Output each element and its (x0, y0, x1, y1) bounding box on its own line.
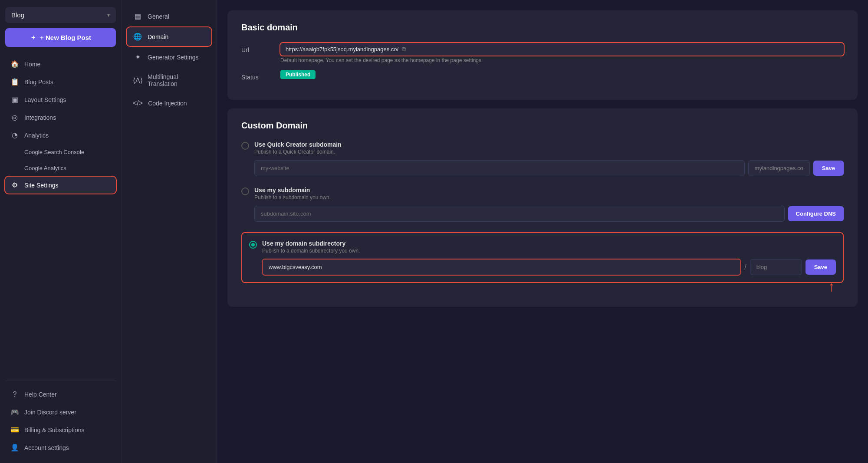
quick-creator-input[interactable] (254, 160, 745, 176)
sidebar-item-label: Help Center (24, 391, 57, 398)
option-quick-creator-title: Use Quick Creator subdomain (254, 141, 342, 148)
mid-item-label: Code Injection (148, 100, 187, 107)
mid-item-multilingual[interactable]: ⟨A⟩ Multilingual Translation (127, 68, 211, 92)
status-badge: Published (280, 70, 316, 79)
nav-section: 🏠 Home 📋 Blog Posts ▣ Layout Settings ◎ … (5, 56, 116, 218)
sidebar-item-layout-settings[interactable]: ▣ Layout Settings (5, 91, 116, 108)
multilingual-icon: ⟨A⟩ (133, 76, 142, 85)
home-icon: 🏠 (10, 60, 19, 68)
quick-creator-save-button[interactable]: Save (813, 161, 844, 176)
radio-quick-creator[interactable] (241, 142, 249, 150)
sidebar-item-label: Analytics (24, 132, 49, 139)
blog-posts-icon: 📋 (10, 78, 19, 86)
subdirectory-input[interactable] (262, 259, 741, 275)
sidebar-bottom: ? Help Center 🎮 Join Discord server 💳 Bi… (5, 381, 116, 456)
sidebar-item-label: Home (24, 61, 40, 68)
sidebar-item-label: Billing & Subscriptions (24, 427, 85, 433)
option-quick-creator-header: Use Quick Creator subdomain Publish to a… (241, 141, 844, 155)
mid-item-general[interactable]: ▤ General (127, 7, 211, 26)
sidebar-item-discord[interactable]: 🎮 Join Discord server (5, 404, 116, 420)
sidebar-item-label: Blog Posts (24, 79, 53, 85)
option-subdomain: Use my subdomain Publish to a subdomain … (241, 187, 844, 222)
integrations-icon: ◎ (10, 113, 19, 121)
url-description: Default homepage. You can set the desire… (280, 57, 844, 63)
mid-item-generator-settings[interactable]: ✦ Generator Settings (127, 48, 211, 66)
plus-icon: ＋ (30, 33, 36, 42)
account-icon: 👤 (10, 443, 19, 452)
mid-item-label: Multilingual Translation (148, 73, 205, 87)
sidebar-item-billing[interactable]: 💳 Billing & Subscriptions (5, 421, 116, 438)
sidebar-item-label: Google Search Console (24, 149, 84, 155)
radio-subdirectory[interactable] (249, 241, 257, 249)
subdomain-input[interactable] (254, 206, 785, 222)
site-selector[interactable]: Blog ▾ (5, 7, 116, 23)
arrow-icon: ↑ (828, 279, 835, 295)
sidebar-item-google-search-console[interactable]: Google Search Console (5, 144, 116, 160)
option-quick-creator-desc: Publish to a Quick Creator domain. (254, 149, 342, 155)
sidebar-item-site-settings[interactable]: ⚙ Site Settings (5, 177, 116, 194)
middle-panel: ▤ General 🌐 Domain ✦ Generator Settings … (122, 0, 217, 463)
copy-icon[interactable]: ⧉ (402, 46, 406, 53)
url-field-row: Url https://aaaigb7fpk55jsoq.mylandingpa… (241, 43, 844, 63)
sidebar-item-label: Site Settings (24, 182, 59, 189)
billing-icon: 💳 (10, 426, 19, 434)
discord-icon: 🎮 (10, 408, 19, 416)
new-post-button[interactable]: ＋ + New Blog Post (5, 28, 116, 47)
sidebar-item-google-analytics[interactable]: Google Analytics (5, 161, 116, 176)
general-icon: ▤ (133, 12, 142, 20)
url-value: https://aaaigb7fpk55jsoq.mylandingpages.… (286, 46, 398, 53)
basic-domain-card: Basic domain Url https://aaaigb7fpk55jso… (227, 10, 858, 100)
sidebar-item-blog-posts[interactable]: 📋 Blog Posts (5, 73, 116, 90)
layout-icon: ▣ (10, 95, 19, 104)
code-icon: </> (133, 99, 143, 107)
sidebar-item-label: Layout Settings (24, 96, 66, 103)
sidebar-item-home[interactable]: 🏠 Home (5, 56, 116, 72)
help-icon: ? (10, 391, 19, 398)
option-subdomain-title: Use my subdomain (254, 187, 331, 194)
site-name: Blog (11, 11, 24, 19)
mid-item-label: General (148, 13, 169, 20)
subdirectory-save-button[interactable]: Save (806, 259, 836, 275)
sidebar-item-label: Google Analytics (24, 165, 66, 171)
sidebar-item-integrations[interactable]: ◎ Integrations (5, 109, 116, 126)
option-subdirectory-desc: Publish to a domain subdirectory you own… (262, 248, 360, 254)
subdomain-input-row: Configure DNS (254, 206, 844, 222)
generator-icon: ✦ (133, 53, 142, 61)
chevron-down-icon: ▾ (107, 12, 110, 18)
basic-domain-title: Basic domain (241, 23, 844, 33)
mid-item-label: Generator Settings (148, 54, 199, 61)
status-label: Status (241, 70, 272, 81)
mid-item-domain[interactable]: 🌐 Domain (127, 27, 211, 46)
settings-icon: ⚙ (10, 181, 19, 189)
custom-domain-title: Custom Domain (241, 121, 844, 131)
sidebar-item-label: Join Discord server (24, 409, 76, 416)
configure-dns-button[interactable]: Configure DNS (788, 206, 844, 221)
option-subdomain-header: Use my subdomain Publish to a subdomain … (241, 187, 844, 200)
subdirectory-suffix: blog (750, 259, 802, 275)
sidebar-item-label: Account settings (24, 444, 69, 451)
radio-subdomain[interactable] (241, 187, 249, 195)
option-subdomain-desc: Publish to a subdomain you own. (254, 194, 331, 200)
option-subdirectory-title: Use my domain subdirectory (262, 240, 360, 247)
main-content: Basic domain Url https://aaaigb7fpk55jso… (217, 0, 868, 463)
sidebar-item-account[interactable]: 👤 Account settings (5, 439, 116, 456)
option-subdirectory-block: Use my domain subdirectory Publish to a … (241, 232, 844, 283)
option-quick-creator: Use Quick Creator subdomain Publish to a… (241, 141, 844, 176)
custom-domain-card: Custom Domain Use Quick Creator subdomai… (227, 108, 858, 307)
status-field-row: Status Published (241, 70, 844, 81)
option-subdirectory-header: Use my domain subdirectory Publish to a … (249, 240, 836, 254)
sidebar: Blog ▾ ＋ + New Blog Post 🏠 Home 📋 Blog P… (0, 0, 122, 463)
domain-icon: 🌐 (133, 33, 142, 41)
url-box: https://aaaigb7fpk55jsoq.mylandingpages.… (280, 43, 844, 56)
url-label: Url (241, 43, 272, 53)
subdirectory-input-row: / blog Save (262, 259, 836, 275)
slash-divider: / (744, 263, 746, 271)
quick-creator-input-row: mylandingpages.co Save (254, 160, 844, 176)
arrow-indicator: ↑ (241, 279, 844, 295)
mid-item-code-injection[interactable]: </> Code Injection (127, 94, 211, 112)
sidebar-item-label: Integrations (24, 114, 56, 121)
sidebar-item-analytics[interactable]: ◔ Analytics (5, 127, 116, 144)
mid-item-label: Domain (148, 33, 168, 40)
analytics-icon: ◔ (10, 131, 19, 139)
sidebar-item-help-center[interactable]: ? Help Center (5, 386, 116, 403)
